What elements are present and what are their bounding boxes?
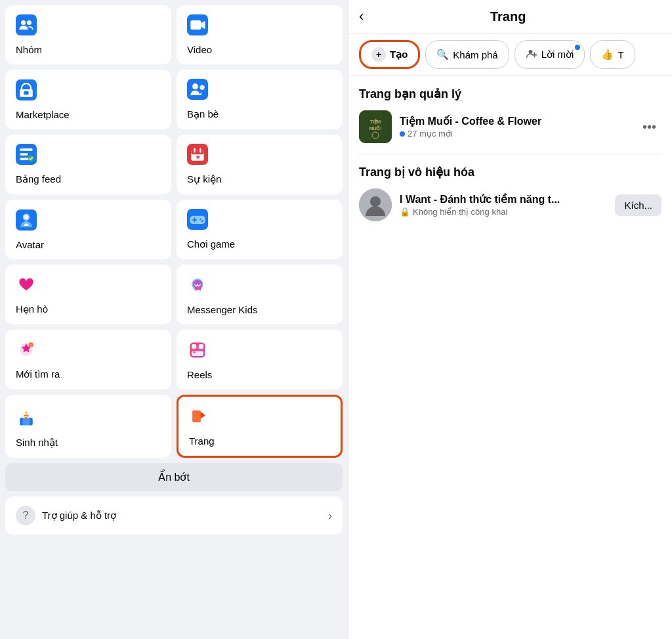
right-header-title: Trang xyxy=(374,9,642,24)
svg-point-31 xyxy=(200,219,201,221)
divider xyxy=(359,154,662,154)
no-display-icon: 🔒 xyxy=(400,207,410,217)
bang-feed-icon xyxy=(16,144,37,169)
svg-rect-20 xyxy=(191,150,204,154)
trang-label: Trang xyxy=(189,435,215,447)
section-managed-title: Trang bạn quản lý xyxy=(359,87,662,101)
grid-item-bang-feed[interactable]: Bảng feed xyxy=(5,135,171,194)
tab-t[interactable]: 👍 T xyxy=(590,40,635,69)
svg-point-9 xyxy=(192,83,198,89)
section-disabled-title: Trang bị vô hiệu hóa xyxy=(359,165,662,179)
grid-item-sinh-nhat[interactable]: Sinh nhật xyxy=(5,395,171,458)
disabled-page-i-want: I Want - Đánh thức tiềm năng t... 🔒 Khôn… xyxy=(359,188,662,221)
grid-item-avatar[interactable]: Avatar xyxy=(5,200,171,259)
right-panel: ‹ Trang + Tạo 🔍 Khám phá Lời mời 👍 T Tra… xyxy=(348,0,672,639)
loi-moi-label: Lời mời xyxy=(541,49,574,60)
tiem-muoi-more-button[interactable]: ••• xyxy=(637,117,662,137)
bang-feed-label: Bảng feed xyxy=(16,173,61,185)
grid-item-choi-game[interactable]: Chơi game xyxy=(177,200,343,259)
i-want-sub: 🔒 Không hiển thị công khai xyxy=(400,207,607,217)
choi-game-label: Chơi game xyxy=(187,238,235,250)
svg-point-54 xyxy=(528,50,532,54)
t-icon: 👍 xyxy=(601,49,614,60)
su-kien-icon: ★ xyxy=(187,144,208,169)
svg-point-2 xyxy=(27,20,32,25)
nhom-label: Nhóm xyxy=(16,44,42,55)
video-icon xyxy=(187,14,208,40)
loi-moi-icon xyxy=(526,48,537,62)
t-label: T xyxy=(618,49,623,60)
grid-item-hen-ho[interactable]: Hẹn hò xyxy=(5,265,171,324)
kich-button[interactable]: Kích... xyxy=(615,194,662,216)
left-panel: Nhóm Video Mark xyxy=(0,0,348,639)
tab-loi-moi[interactable]: Lời mời xyxy=(514,40,585,69)
support-label: Trợ giúp & hỗ trợ xyxy=(42,510,116,521)
svg-text:TIỆM: TIỆM xyxy=(370,119,381,125)
marketplace-icon xyxy=(16,79,37,105)
hen-ho-label: Hẹn hò xyxy=(16,303,48,315)
moi-tim-ra-icon: ! xyxy=(16,339,37,364)
sinh-nhat-icon xyxy=(16,407,37,433)
grid-item-video[interactable]: Video xyxy=(177,5,343,64)
tiem-muoi-info: Tiệm Muối - Coffee & Flower 27 mục mới xyxy=(400,115,629,139)
svg-rect-43 xyxy=(199,344,203,349)
loi-moi-badge xyxy=(575,45,580,50)
choi-game-icon xyxy=(187,209,208,234)
support-row[interactable]: ? Trợ giúp & hỗ trợ › xyxy=(5,496,343,535)
svg-rect-44 xyxy=(192,351,203,356)
tao-label: Tạo xyxy=(390,49,408,60)
i-want-name: I Want - Đánh thức tiềm năng t... xyxy=(400,193,607,206)
svg-text:!: ! xyxy=(30,343,32,347)
tao-icon: + xyxy=(371,47,386,62)
grid-item-su-kien[interactable]: ★ Sự kiện xyxy=(177,135,343,194)
svg-point-62 xyxy=(370,196,381,207)
blue-dot xyxy=(400,131,405,137)
svg-point-32 xyxy=(201,220,203,222)
hen-ho-icon xyxy=(16,274,37,299)
svg-point-1 xyxy=(21,20,26,25)
tab-kham-pha[interactable]: 🔍 Khám phá xyxy=(425,40,509,69)
back-button[interactable]: ‹ xyxy=(359,8,364,25)
messenger-kids-icon xyxy=(187,275,208,300)
right-content: Trang bạn quản lý TIỆM MUỐI Tiệm Muối - … xyxy=(348,76,672,242)
support-left: ? Trợ giúp & hỗ trợ xyxy=(16,506,116,525)
svg-rect-53 xyxy=(192,410,200,422)
ban-be-label: Bạn bè xyxy=(187,108,219,120)
hide-button[interactable]: Ẩn bớt xyxy=(5,463,343,491)
managed-page-tiem-muoi: TIỆM MUỐI Tiệm Muối - Coffee & Flower 27… xyxy=(359,110,662,143)
avatar-icon xyxy=(16,209,37,235)
tiem-muoi-sub-text: 27 mục mới xyxy=(408,129,453,139)
svg-rect-0 xyxy=(16,14,37,35)
grid-container: Nhóm Video Mark xyxy=(5,5,343,458)
i-want-sub-text: Không hiển thị công khai xyxy=(413,207,507,217)
ban-be-icon xyxy=(187,79,208,104)
grid-item-marketplace[interactable]: Marketplace xyxy=(5,70,171,129)
video-label: Video xyxy=(187,44,212,55)
grid-item-reels[interactable]: Reels xyxy=(177,330,343,389)
grid-item-moi-tim-ra[interactable]: ! Mới tìm ra xyxy=(5,330,171,389)
grid-item-ban-be[interactable]: Bạn bè xyxy=(177,70,343,129)
reels-label: Reels xyxy=(187,369,212,380)
svg-rect-7 xyxy=(24,91,28,95)
tab-tao[interactable]: + Tạo xyxy=(359,40,420,69)
grid-item-messenger-kids[interactable]: Messenger Kids xyxy=(177,265,343,324)
support-icon: ? xyxy=(16,506,35,525)
svg-rect-14 xyxy=(20,148,33,151)
marketplace-label: Marketplace xyxy=(16,109,70,120)
tiem-muoi-name: Tiệm Muối - Coffee & Flower xyxy=(400,115,629,127)
svg-rect-4 xyxy=(190,20,201,30)
svg-rect-28 xyxy=(190,216,205,224)
su-kien-label: Sự kiện xyxy=(187,173,221,185)
svg-rect-15 xyxy=(20,153,28,156)
svg-point-50 xyxy=(25,411,28,414)
grid-item-nhom[interactable]: Nhóm xyxy=(5,5,171,64)
kham-pha-icon: 🔍 xyxy=(436,49,449,60)
trang-icon xyxy=(189,406,210,431)
svg-text:MUỐI: MUỐI xyxy=(369,125,382,131)
grid-item-trang[interactable]: Trang xyxy=(177,395,343,458)
i-want-info: I Want - Đánh thức tiềm năng t... 🔒 Khôn… xyxy=(400,193,607,217)
svg-rect-8 xyxy=(187,79,208,100)
tiem-muoi-avatar: TIỆM MUỐI xyxy=(359,110,392,143)
reels-icon xyxy=(187,340,208,365)
i-want-avatar xyxy=(359,188,392,221)
